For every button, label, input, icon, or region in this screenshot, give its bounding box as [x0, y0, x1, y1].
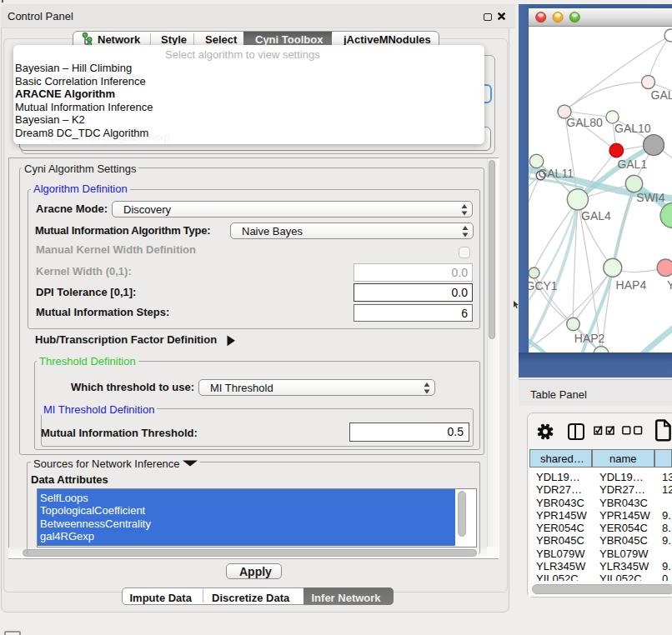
svg-text:GAL4: GAL4 — [581, 209, 611, 222]
svg-text:GCY1: GCY1 — [529, 279, 558, 292]
svg-text:GAL11: GAL11 — [538, 167, 574, 180]
svg-text:HAP4: HAP4 — [616, 278, 647, 292]
svg-text:GAL: GAL — [651, 88, 672, 101]
svg-text:GAL80: GAL80 — [566, 116, 603, 129]
svg-text:SWI4: SWI4 — [636, 190, 664, 203]
svg-text:Y: Y — [667, 278, 672, 291]
svg-text:GAL10: GAL10 — [614, 122, 651, 135]
svg-text:HAP2: HAP2 — [574, 332, 605, 345]
svg-text:GAL1: GAL1 — [617, 157, 647, 170]
